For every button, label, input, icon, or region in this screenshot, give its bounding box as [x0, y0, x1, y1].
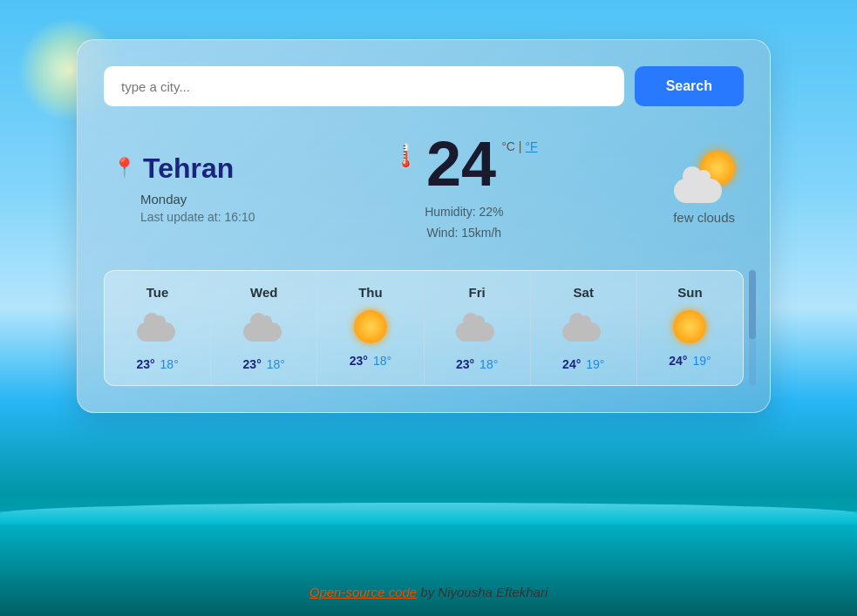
- day-label: Thu: [358, 285, 383, 300]
- temp-units: °C | °F: [501, 139, 538, 153]
- temp-high: 24°: [562, 357, 581, 371]
- weather-description: few clouds: [673, 210, 735, 225]
- celsius-unit: °C: [501, 139, 515, 153]
- day-label: Tue: [146, 285, 169, 300]
- search-row: Search: [104, 66, 744, 106]
- temp-low: 18°: [373, 354, 391, 368]
- city-day: Monday: [140, 192, 255, 206]
- last-update-time: 16:10: [225, 210, 255, 224]
- temp-low: 19°: [586, 357, 604, 371]
- day-label: Fri: [469, 285, 486, 300]
- forecast-day: Sat24°19°: [531, 271, 637, 385]
- sun-icon: [673, 310, 706, 343]
- forecast-temps: 23°18°: [456, 357, 498, 371]
- temp-section: 🌡️ 24 °C | °F Humidity: 22% Wind:: [391, 132, 538, 244]
- footer-text: Open-source code by Niyousha Eftekhari: [309, 585, 548, 599]
- temp-high: 24°: [669, 354, 687, 368]
- city-section: 📍 Tehran Monday Last update at: 16:10: [112, 152, 255, 224]
- forecast-temps: 23°18°: [243, 357, 285, 371]
- footer: Open-source code by Niyousha Eftekhari: [0, 585, 857, 600]
- temp-high: 23°: [456, 357, 474, 371]
- temp-high: 23°: [243, 357, 262, 371]
- wind-value: 15km/h: [461, 226, 501, 240]
- humidity-label: Humidity:: [425, 205, 475, 219]
- cloud-icon: [562, 310, 604, 347]
- forecast-day: Wed23°18°: [211, 271, 317, 385]
- temp-low: 18°: [160, 357, 179, 371]
- temp-row: 🌡️ 24 °C | °F: [391, 132, 538, 195]
- unit-row: °C | °F: [501, 139, 538, 153]
- forecast-day: Thu23°18°: [317, 271, 424, 385]
- forecast-temps: 24°19°: [562, 357, 604, 371]
- weather-main: 📍 Tehran Monday Last update at: 16:10 🌡️…: [104, 132, 744, 244]
- forecast-day: Tue23°18°: [105, 271, 211, 385]
- temp-low: 18°: [480, 357, 498, 371]
- humidity-row: Humidity: 22%: [425, 202, 503, 223]
- city-update: Last update at: 16:10: [140, 210, 255, 224]
- city-name: Tehran: [143, 152, 234, 185]
- scroll-bar[interactable]: [749, 270, 756, 386]
- thermometer-icon: 🌡️: [391, 141, 421, 170]
- forecast-wrapper: Tue23°18°Wed23°18°Thu23°18°Fri23°18°Sat2…: [104, 270, 744, 386]
- search-input[interactable]: [104, 66, 624, 106]
- temp-low: 19°: [692, 354, 711, 368]
- cloud-icon: [137, 310, 179, 347]
- temp-low: 18°: [267, 357, 285, 371]
- city-name-row: 📍 Tehran: [112, 152, 255, 185]
- wind-label: Wind:: [427, 226, 459, 240]
- weather-icon-section: few clouds: [673, 151, 735, 225]
- unit-separator: |: [519, 139, 522, 153]
- forecast-day: Fri23°18°: [425, 271, 531, 385]
- cloud-part: [674, 179, 722, 203]
- forecast-temps: 23°18°: [350, 354, 391, 368]
- day-label: Sat: [574, 285, 594, 300]
- ocean-wave: [0, 503, 857, 525]
- cloud-icon: [243, 310, 285, 347]
- temperature-value: 24: [426, 132, 496, 195]
- sun-cloud-icon: [674, 151, 735, 203]
- day-label: Wed: [250, 285, 277, 300]
- search-button[interactable]: Search: [635, 66, 744, 106]
- wind-row: Wind: 15km/h: [425, 223, 503, 244]
- humidity-value: 22%: [479, 205, 503, 219]
- forecast-row: Tue23°18°Wed23°18°Thu23°18°Fri23°18°Sat2…: [104, 270, 744, 386]
- last-update-label: Last update at:: [140, 210, 221, 224]
- cloud-icon: [456, 310, 498, 347]
- temp-details: Humidity: 22% Wind: 15km/h: [425, 202, 503, 244]
- temp-high: 23°: [136, 357, 154, 371]
- footer-suffix: by Niyousha Eftekhari: [417, 585, 548, 599]
- weather-card: Search 📍 Tehran Monday Last update at: 1…: [77, 39, 771, 413]
- location-pin-icon: 📍: [112, 157, 136, 179]
- fahrenheit-link[interactable]: °F: [526, 139, 538, 153]
- scroll-thumb[interactable]: [749, 270, 756, 340]
- forecast-day: Sun24°19°: [637, 271, 743, 385]
- temp-high: 23°: [350, 354, 368, 368]
- open-source-link[interactable]: Open-source code: [309, 585, 417, 599]
- forecast-temps: 23°18°: [136, 357, 178, 371]
- sun-icon: [354, 310, 387, 343]
- forecast-temps: 24°19°: [669, 354, 711, 368]
- ocean: [0, 511, 857, 616]
- day-label: Sun: [677, 285, 702, 300]
